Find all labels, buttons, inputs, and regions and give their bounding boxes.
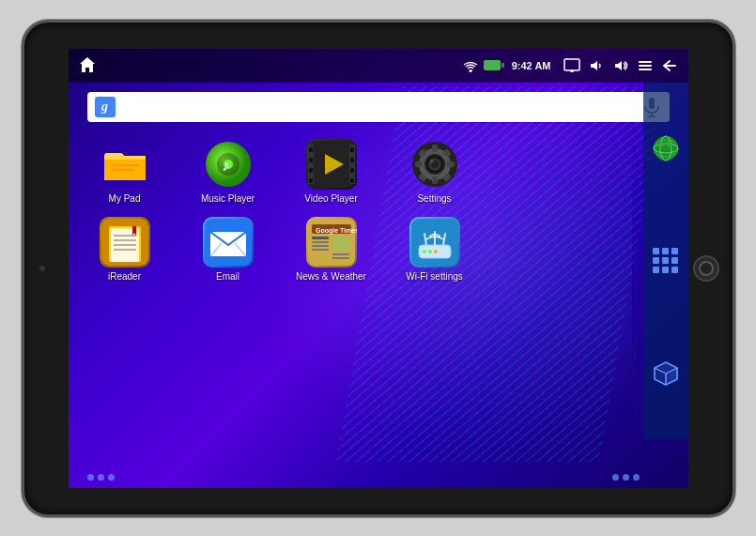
- search-input[interactable]: [121, 98, 641, 116]
- app-ireader[interactable]: iReader: [87, 217, 162, 282]
- volume-high-icon[interactable]: [611, 56, 630, 75]
- dot-2: [98, 474, 104, 481]
- svg-rect-33: [350, 178, 354, 183]
- home-icon[interactable]: [78, 55, 99, 76]
- svg-rect-68: [312, 249, 329, 251]
- svg-point-0: [469, 69, 471, 72]
- svg-rect-29: [309, 178, 313, 183]
- search-bar-container: g: [87, 92, 670, 122]
- app-mypad[interactable]: My Pad: [87, 139, 162, 204]
- svg-point-79: [434, 250, 438, 253]
- menu-icon[interactable]: [636, 56, 655, 75]
- svg-rect-65: [312, 237, 329, 239]
- status-time: 9:42 AM: [512, 60, 551, 71]
- svg-rect-32: [350, 168, 354, 173]
- apps-row-1: My Pad: [87, 139, 670, 204]
- svg-rect-31: [350, 158, 354, 162]
- svg-rect-40: [415, 161, 423, 167]
- bottom-indicator-dots-right: [612, 474, 640, 481]
- svg-point-77: [423, 250, 426, 253]
- svg-rect-27: [309, 158, 313, 162]
- svg-point-78: [428, 250, 432, 253]
- power-button-inner: [699, 261, 714, 276]
- app-settings[interactable]: Settings: [397, 139, 472, 204]
- apps-grid: My Pad: [69, 130, 688, 291]
- dot-r2: [623, 474, 629, 481]
- svg-rect-39: [432, 176, 438, 184]
- dot-3: [108, 474, 115, 481]
- svg-rect-38: [432, 145, 438, 152]
- app-video-player[interactable]: Video Player: [294, 139, 369, 204]
- screen: 9:42 AM: [69, 49, 688, 488]
- tablet-device: 9:42 AM: [22, 20, 735, 517]
- app-email-label: Email: [216, 271, 239, 282]
- screen-mirror-icon[interactable]: [563, 56, 581, 75]
- dot-r3: [633, 474, 640, 481]
- svg-rect-2: [639, 61, 652, 63]
- wifi-status-icon: [463, 59, 478, 72]
- svg-rect-26: [309, 147, 313, 152]
- back-icon[interactable]: [660, 56, 679, 75]
- dot-1: [87, 474, 94, 481]
- svg-rect-41: [447, 161, 455, 167]
- app-news-weather[interactable]: Google Times News & Weather: [294, 217, 369, 282]
- app-video-label: Video Player: [304, 193, 358, 204]
- battery-icon: [484, 60, 501, 70]
- status-bar: 9:42 AM: [69, 49, 688, 83]
- svg-rect-3: [639, 65, 652, 67]
- svg-rect-1: [564, 59, 579, 70]
- search-bar[interactable]: g: [87, 92, 670, 122]
- svg-rect-30: [350, 147, 354, 152]
- svg-rect-70: [332, 253, 349, 255]
- svg-rect-71: [332, 257, 349, 259]
- app-ireader-label: iReader: [108, 271, 141, 282]
- svg-rect-66: [312, 241, 329, 243]
- svg-text:Google Times: Google Times: [316, 227, 357, 235]
- 3d-box-icon[interactable]: [649, 357, 683, 391]
- app-wifi-label: Wi-Fi settings: [406, 271, 463, 282]
- svg-point-48: [430, 160, 434, 163]
- app-wifi-settings[interactable]: Wi-Fi settings: [397, 217, 472, 282]
- svg-rect-4: [639, 69, 652, 70]
- app-settings-label: Settings: [417, 193, 451, 204]
- app-mypad-label: My Pad: [109, 193, 141, 204]
- svg-rect-28: [309, 168, 313, 173]
- svg-rect-67: [312, 245, 329, 247]
- volume-low-icon[interactable]: [587, 56, 606, 75]
- app-news-label: News & Weather: [296, 271, 366, 282]
- app-music-player[interactable]: ♪ Music Player: [191, 139, 266, 204]
- app-email[interactable]: Email: [191, 217, 266, 282]
- svg-text:♪: ♪: [222, 156, 230, 175]
- apps-row-2: iReader Em: [87, 217, 670, 282]
- dot-r1: [612, 474, 619, 481]
- app-music-label: Music Player: [201, 193, 255, 204]
- bottom-indicator-dots-left: [87, 474, 115, 481]
- google-icon: g: [95, 97, 116, 117]
- svg-rect-69: [332, 237, 349, 252]
- speaker-left: [39, 266, 45, 271]
- power-button[interactable]: [693, 255, 719, 282]
